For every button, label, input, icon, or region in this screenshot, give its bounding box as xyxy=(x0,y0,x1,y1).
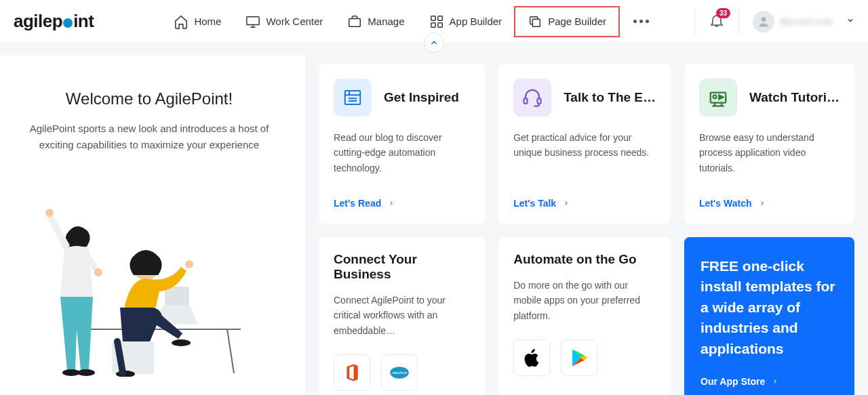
nav-app-builder-label: App Builder xyxy=(450,16,502,27)
svg-rect-8 xyxy=(532,19,540,26)
platform-logos xyxy=(513,339,656,376)
promo-title: FREE one-click install templates for a w… xyxy=(701,256,838,365)
apple-logo[interactable] xyxy=(513,339,550,376)
monitor-icon xyxy=(245,14,260,29)
news-icon xyxy=(334,79,372,117)
notifications-badge: 33 xyxy=(716,8,730,18)
card-desc: Do more on the go with our mobile apps o… xyxy=(513,278,656,323)
chevron-right-icon xyxy=(388,200,395,207)
main-nav: Home Work Center Manage App Builder Page… xyxy=(161,6,663,37)
google-play-logo[interactable] xyxy=(561,339,597,376)
card-title: Get Inspired xyxy=(384,90,459,105)
nav-manage-label: Manage xyxy=(368,16,404,27)
nav-manage[interactable]: Manage xyxy=(335,7,416,36)
welcome-title: Welcome to AgilePoint! xyxy=(7,89,292,108)
card-title: Talk to The E… xyxy=(564,90,656,105)
nav-app-builder[interactable]: App Builder xyxy=(417,7,515,36)
svg-rect-0 xyxy=(247,16,259,24)
grid-icon xyxy=(429,14,444,29)
office-logo[interactable] xyxy=(334,354,370,391)
card-watch-tutorials: Watch Tutori… Browse easy to understand … xyxy=(684,64,854,224)
card-desc: Connect AgilePoint to your critical work… xyxy=(334,293,470,338)
chevron-down-icon xyxy=(846,16,854,26)
copy-icon xyxy=(528,14,542,29)
card-talk-experts: Talk to The E… Get practical advice for … xyxy=(498,64,671,224)
card-desc: Read our blog to discover cutting-edge a… xyxy=(334,130,470,187)
video-icon xyxy=(699,79,737,117)
chevron-right-icon xyxy=(759,200,766,207)
card-automate-go: Automate on the Go Do more on the go wit… xyxy=(498,237,671,395)
notifications-button[interactable]: 33 xyxy=(702,12,732,31)
svg-rect-3 xyxy=(349,18,361,26)
svg-rect-13 xyxy=(165,287,189,306)
card-get-inspired: Get Inspired Read our blog to discover c… xyxy=(319,64,485,224)
briefcase-icon xyxy=(347,14,362,29)
svg-point-9 xyxy=(762,17,766,22)
svg-point-20 xyxy=(45,209,54,217)
nav-page-builder[interactable]: Page Builder xyxy=(514,6,620,37)
divider xyxy=(694,9,695,34)
svg-rect-4 xyxy=(431,16,435,20)
nav-work-center-label: Work Center xyxy=(266,16,323,27)
avatar xyxy=(753,11,774,33)
chevron-right-icon xyxy=(772,378,778,385)
divider xyxy=(738,9,739,34)
lets-read-link[interactable]: Let's Read xyxy=(334,198,470,209)
logo[interactable]: agilepint xyxy=(14,11,94,32)
chevron-right-icon xyxy=(563,200,570,207)
svg-point-35 xyxy=(713,95,717,98)
welcome-illustration xyxy=(44,173,254,377)
svg-rect-7 xyxy=(437,22,441,26)
svg-line-12 xyxy=(227,329,234,373)
welcome-subtitle: AgilePoint sports a new look and introdu… xyxy=(7,121,292,153)
cards-grid: Get Inspired Read our blog to discover c… xyxy=(305,56,868,395)
nav-page-builder-label: Page Builder xyxy=(548,16,606,27)
app-store-link[interactable]: Our App Store xyxy=(701,376,838,387)
collapse-header-button[interactable] xyxy=(424,33,444,53)
svg-point-17 xyxy=(172,339,191,346)
nav-home-label: Home xyxy=(194,16,221,27)
svg-rect-29 xyxy=(524,98,528,104)
lets-talk-link[interactable]: Let's Talk xyxy=(513,198,656,209)
nav-work-center[interactable]: Work Center xyxy=(233,7,335,36)
svg-point-16 xyxy=(185,260,193,268)
card-title: Connect Your Business xyxy=(334,252,470,282)
home-icon xyxy=(174,14,189,29)
svg-rect-5 xyxy=(437,16,441,20)
user-menu[interactable]: Blurred User xyxy=(753,11,854,33)
svg-rect-6 xyxy=(431,22,435,26)
connector-logos: salesforce xyxy=(334,354,470,391)
svg-text:salesforce: salesforce xyxy=(392,371,408,375)
card-desc: Get practical advice for your unique bus… xyxy=(513,130,656,187)
svg-rect-24 xyxy=(345,91,361,104)
card-desc: Browse easy to understand process applic… xyxy=(699,130,840,187)
svg-point-21 xyxy=(94,268,102,276)
card-title: Automate on the Go xyxy=(513,252,656,267)
card-title: Watch Tutori… xyxy=(749,90,840,105)
card-connect-business: Connect Your Business Connect AgilePoint… xyxy=(319,237,485,395)
user-name: Blurred User xyxy=(780,16,841,27)
promo-app-store: FREE one-click install templates for a w… xyxy=(684,237,854,395)
main-area: Welcome to AgilePoint! AgilePoint sports… xyxy=(0,43,868,395)
nav-more[interactable] xyxy=(620,20,663,23)
welcome-panel: Welcome to AgilePoint! AgilePoint sports… xyxy=(0,56,305,395)
nav-home[interactable]: Home xyxy=(161,7,233,36)
headset-icon xyxy=(513,79,551,117)
header-bar: agilepint Home Work Center Manage App Bu… xyxy=(0,0,868,43)
lets-watch-link[interactable]: Let's Watch xyxy=(699,198,840,209)
svg-rect-30 xyxy=(538,98,541,104)
svg-point-23 xyxy=(77,369,95,376)
salesforce-logo[interactable]: salesforce xyxy=(381,354,418,391)
